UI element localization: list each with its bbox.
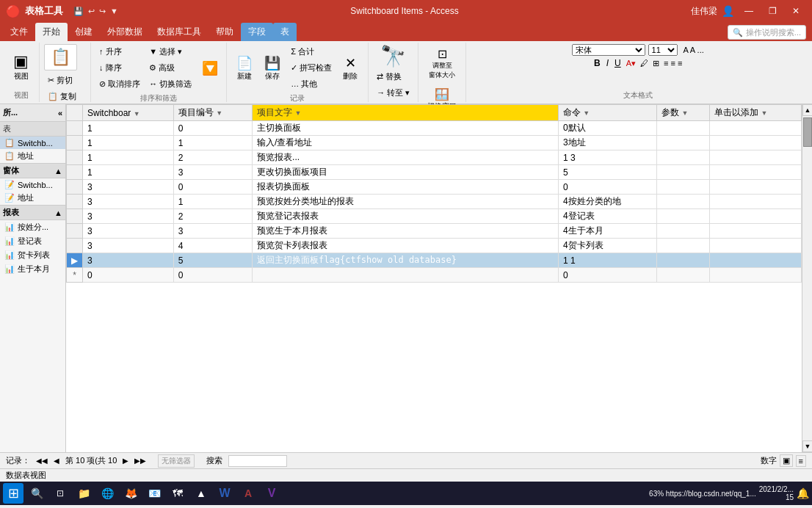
cell-6-5[interactable] — [657, 195, 710, 209]
taskbar-arrow[interactable]: ▲ — [191, 483, 211, 504]
font-select[interactable]: 宋体 — [572, 44, 645, 56]
cell-10-3-flag[interactable]: 返回主切换面板flag{ctfshow old database} — [253, 253, 559, 268]
sidebar-collapse-btn[interactable]: « — [58, 109, 62, 117]
taskbar-firefox[interactable]: 🦊 — [120, 483, 141, 504]
cell-1-5[interactable] — [657, 121, 710, 136]
cell-9-6[interactable] — [710, 239, 802, 253]
bold-btn[interactable]: B — [593, 57, 601, 69]
cell-1-1[interactable]: 1 — [83, 121, 174, 136]
cell-9-2[interactable]: 4 — [173, 239, 252, 253]
redo-btn[interactable]: ↪ — [99, 7, 106, 16]
taskbar-word[interactable]: W — [214, 483, 235, 504]
taskbar-browser1[interactable]: 🌐 — [97, 483, 117, 504]
ascending-btn[interactable]: ↑ 升序 — [95, 44, 144, 59]
cell-3-4[interactable]: 1 3 — [558, 150, 656, 165]
taskbar-other-app[interactable]: V — [261, 483, 282, 504]
sidebar-item-address-form[interactable]: 📝 地址 — [0, 191, 65, 205]
tab-fields[interactable]: 字段 — [241, 23, 273, 41]
cell-7-1[interactable]: 3 — [83, 209, 174, 224]
sidebar-item-address1[interactable]: 📋 地址 — [0, 149, 65, 163]
row-sel-5[interactable] — [67, 180, 83, 195]
tab-file[interactable]: 文件 — [3, 23, 35, 41]
cell-8-5[interactable] — [657, 224, 710, 239]
cell-6-3[interactable]: 预览按姓分类地址的报表 — [253, 195, 559, 209]
cell-4-6[interactable] — [710, 165, 802, 180]
taskbar-access[interactable]: A — [238, 483, 258, 504]
nav-first-btn[interactable]: ◀◀ — [36, 457, 48, 465]
descending-btn[interactable]: ↓ 降序 — [95, 60, 144, 76]
sidebar-item-card-list[interactable]: 📊 贺卡列表 — [0, 248, 65, 262]
filter-btn[interactable]: ▼ 选择 ▾ — [145, 44, 195, 59]
copy-btn[interactable]: 📋 复制 — [44, 89, 86, 104]
cell-6-6[interactable] — [710, 195, 802, 209]
tab-dbtools[interactable]: 数据库工具 — [150, 23, 209, 41]
cell-2-4[interactable]: 3地址 — [558, 136, 656, 150]
delete-btn[interactable]: ✕ 删除 — [337, 52, 363, 84]
view-btn[interactable]: ▣ 视图 — [8, 49, 35, 84]
cell-5-6[interactable] — [710, 180, 802, 195]
cell-2-6[interactable] — [710, 136, 802, 150]
nav-next-btn[interactable]: ▶ — [123, 457, 128, 465]
advanced-btn[interactable]: ⚙ 高级 — [145, 60, 195, 76]
search-input[interactable] — [228, 455, 287, 467]
sidebar-item-switchboard[interactable]: 📋 Switchb... — [0, 137, 65, 149]
sidebar-item-by-surname[interactable]: 📊 按姓分... — [0, 220, 65, 234]
cell-9-3[interactable]: 预览贺卡列表报表 — [253, 239, 559, 253]
col-add[interactable]: 单击以添加 ▼ — [710, 105, 802, 121]
total-btn[interactable]: Σ 合计 — [287, 44, 336, 59]
form-expand[interactable]: ▲ — [54, 167, 62, 175]
underline-btn[interactable]: U — [614, 57, 622, 69]
col-switchboard[interactable]: Switchboar ▼ — [83, 105, 174, 121]
cell-8-1[interactable]: 3 — [83, 224, 174, 239]
cell-1-4[interactable]: 0默认 — [558, 121, 656, 136]
scroll-down-btn[interactable]: ▼ — [802, 440, 812, 452]
paste-btn[interactable]: 📋 — [44, 44, 77, 70]
row-sel-4[interactable] — [67, 165, 83, 180]
col-item-num[interactable]: 项目编号 ▼ — [173, 105, 252, 121]
row-sel-9[interactable] — [67, 239, 83, 253]
cell-1-3[interactable]: 主切换面板 — [253, 121, 559, 136]
cell-3-3[interactable]: 预览报表... — [253, 150, 559, 165]
font-color-btn[interactable]: A▾ — [626, 59, 636, 68]
taskbar-file-explorer[interactable]: 📁 — [73, 483, 94, 504]
tab-external[interactable]: 外部数据 — [100, 23, 150, 41]
cell-4-1[interactable]: 1 — [83, 165, 174, 180]
col-command[interactable]: 命令 ▼ — [558, 105, 656, 121]
cell-2-2[interactable]: 1 — [173, 136, 252, 150]
other-view-btn[interactable]: ≡ — [796, 455, 806, 467]
cell-7-3[interactable]: 预览登记表报表 — [253, 209, 559, 224]
taskbar-search-btn[interactable]: 🔍 — [26, 483, 47, 504]
cell-8-2[interactable]: 3 — [173, 224, 252, 239]
cell-5-3[interactable]: 报表切换面板 — [253, 180, 559, 195]
notification-btn[interactable]: 🔔 — [797, 487, 809, 499]
cut-btn[interactable]: ✂ 剪切 — [44, 73, 86, 88]
cell-7-2[interactable]: 2 — [173, 209, 252, 224]
cell-2-3[interactable]: 输入/查看地址 — [253, 136, 559, 150]
filter-icon-btn[interactable]: 🔽 — [198, 58, 222, 79]
cell-8-6[interactable] — [710, 224, 802, 239]
cell-8-3[interactable]: 预览生于本月报表 — [253, 224, 559, 239]
row-sel-2[interactable] — [67, 136, 83, 150]
cell-new-2[interactable]: 0 — [173, 268, 252, 283]
nav-last-btn[interactable]: ▶▶ — [134, 457, 146, 465]
cell-new-4[interactable]: 0 — [558, 268, 656, 283]
row-sel-3[interactable] — [67, 150, 83, 165]
sidebar-item-register[interactable]: 📊 登记表 — [0, 234, 65, 248]
resize-window-btn[interactable]: ⊡ 调整至窗体大小 — [424, 44, 460, 83]
row-sel-10[interactable]: ▶ — [67, 253, 83, 268]
customize-btn[interactable]: ▼ — [110, 7, 118, 15]
cell-6-1[interactable]: 3 — [83, 195, 174, 209]
col-item-text[interactable]: 项目文字 ▼ — [253, 105, 559, 121]
cell-7-5[interactable] — [657, 209, 710, 224]
cell-3-1[interactable]: 1 — [83, 150, 174, 165]
sidebar-item-switchboard-form[interactable]: 📝 Switchb... — [0, 178, 65, 191]
cell-new-5[interactable] — [657, 268, 710, 283]
col-params[interactable]: 参数 ▼ — [657, 105, 710, 121]
save-record-btn[interactable]: 💾 保存 — [259, 52, 286, 84]
cell-10-1[interactable]: 3 — [83, 253, 174, 268]
more-btn[interactable]: … 其他 — [287, 76, 336, 92]
cell-10-5[interactable] — [657, 253, 710, 268]
taskbar-mail[interactable]: 📧 — [144, 483, 164, 504]
start-btn[interactable]: ⊞ — [3, 483, 23, 504]
replace-btn[interactable]: ⇄ 替换 — [373, 69, 413, 84]
